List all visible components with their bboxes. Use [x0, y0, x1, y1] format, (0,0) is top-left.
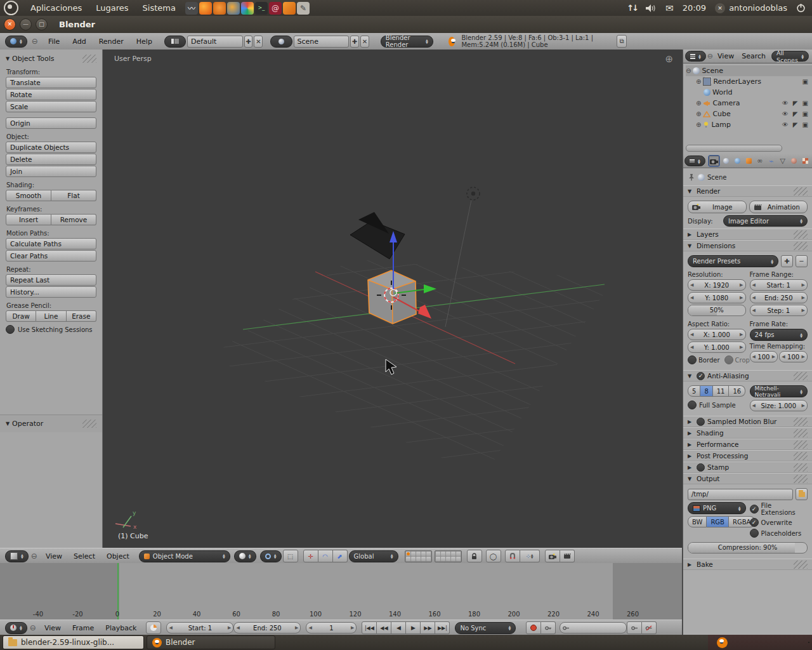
editor-type-selector[interactable]: ▲▼ — [5, 36, 27, 48]
view-menu[interactable]: View — [40, 552, 68, 560]
display-select[interactable]: Image Editor ▲▼ — [723, 215, 808, 227]
panel-drag-grip[interactable] — [794, 187, 808, 196]
aa-size-field[interactable]: ◀Size: 1.000▶ — [750, 400, 808, 411]
frame-step-field[interactable]: ◀Step: 1▶ — [750, 305, 808, 316]
smooth-button[interactable]: Smooth — [6, 190, 51, 201]
tab-world[interactable] — [732, 156, 743, 166]
panel-drag-grip[interactable] — [794, 418, 808, 426]
pin-icon[interactable] — [688, 173, 695, 181]
prev-keyframe-button[interactable]: ◀◀ — [377, 621, 391, 634]
use-preview-range-button[interactable] — [146, 621, 161, 634]
window-maximize-button[interactable]: □ — [36, 18, 48, 30]
collapse-menus-icon[interactable]: ⊖ — [707, 52, 713, 60]
resolution-percent-slider[interactable]: 50% — [688, 305, 746, 316]
shading-panel-header[interactable]: ▶Shading — [683, 427, 812, 439]
panel-drag-grip[interactable] — [794, 242, 808, 250]
selectable-arrow-icon[interactable]: ◤ — [793, 100, 798, 107]
erase-button[interactable]: Erase — [67, 310, 96, 322]
menu-file[interactable]: File — [43, 37, 65, 46]
screen-add-button[interactable]: ✚ — [244, 36, 253, 48]
operator-panel-header[interactable]: ▼ Operator — [6, 418, 96, 429]
motion-blur-panel-header[interactable]: ▶ Sampled Motion Blur — [683, 416, 812, 427]
collapse-menus-icon[interactable]: ⊖ — [27, 623, 39, 632]
auto-keying-set-button[interactable] — [541, 621, 556, 634]
play-button[interactable]: ▶ — [406, 621, 421, 634]
stamp-panel-header[interactable]: ▶ Stamp — [683, 461, 812, 473]
post-processing-panel-header[interactable]: ▶Post Processing — [683, 450, 812, 461]
menu-render[interactable]: Render — [93, 37, 129, 46]
line-button[interactable]: Line — [36, 310, 66, 322]
placeholders-checkbox[interactable] — [750, 529, 759, 538]
outliner-row-scene[interactable]: ⊖ Scene — [686, 65, 812, 76]
jump-to-start-button[interactable]: |◀◀ — [362, 621, 377, 634]
select-menu[interactable]: Select — [68, 552, 101, 560]
object-tools-panel-header[interactable]: ▼ Object Tools — [6, 53, 96, 64]
calculate-paths-button[interactable]: Calculate Paths — [6, 238, 96, 249]
clock[interactable]: 20:09 — [683, 3, 706, 13]
layer-cell[interactable] — [416, 557, 421, 561]
duplicate-window-icon[interactable]: ⧉ — [617, 35, 627, 48]
messages-indicator-icon[interactable]: ✉ — [665, 3, 674, 14]
workspace-switcher[interactable] — [808, 642, 809, 643]
color-mode-bw[interactable]: BW — [688, 516, 707, 527]
motion-blur-checkbox[interactable] — [697, 418, 705, 426]
expand-plus-icon[interactable]: ⊕ — [696, 78, 701, 85]
compression-slider[interactable]: Compression: 90% — [688, 542, 808, 554]
tab-modifiers[interactable]: ⌁ — [766, 156, 776, 166]
resolution-y-field[interactable]: ◀Y: 1080▶ — [688, 292, 746, 303]
layer-cell[interactable] — [416, 552, 421, 556]
play-reverse-button[interactable]: ◀ — [391, 621, 406, 634]
layer-cell[interactable] — [411, 552, 416, 556]
manipulator-scale-button[interactable]: ⬈ — [333, 550, 348, 562]
aa-samples-16[interactable]: 16 — [729, 385, 745, 397]
expand-plus-icon[interactable]: ⊕ — [696, 100, 701, 107]
gedit-launcher-icon[interactable]: ✎ — [297, 2, 310, 15]
viewport-3d[interactable]: x y User Persp (1) Cube ⊕ — [103, 50, 682, 548]
output-format-select[interactable]: PNG ▲▼ — [688, 502, 746, 514]
rotate-button[interactable]: Rotate — [6, 89, 96, 100]
mode-select[interactable]: Object Mode ▲▼ — [139, 550, 230, 562]
outliner-row-cube[interactable]: ⊕ Cube 👁 ◤ ▣ — [686, 109, 812, 119]
manipulator-rotate-button[interactable]: ◠ — [318, 550, 333, 562]
timeline-canvas[interactable]: -40-200204060801001201401601802002202402… — [0, 563, 682, 620]
outliner-view-menu[interactable]: View — [714, 52, 737, 60]
use-sketching-sessions-checkbox[interactable] — [6, 325, 15, 334]
layer-cell[interactable] — [411, 557, 416, 561]
full-sample-checkbox[interactable] — [688, 401, 697, 409]
remove-keyframe-button[interactable]: Remove — [51, 214, 96, 225]
tab-constraints[interactable]: ∞ — [754, 156, 765, 166]
manipulator-translate-button[interactable]: ✛ — [303, 550, 318, 562]
layer-cell[interactable] — [436, 552, 440, 556]
color-mode-rgb[interactable]: RGB — [707, 516, 729, 527]
preset-add-button[interactable]: ✚ — [781, 255, 793, 267]
join-button[interactable]: Join — [6, 166, 96, 177]
layer-cell[interactable] — [446, 552, 450, 556]
start-frame-field[interactable]: ◀Start: 1▶ — [750, 279, 808, 291]
panel-drag-grip[interactable] — [82, 420, 96, 428]
visibility-eye-icon[interactable]: 👁 — [782, 121, 789, 128]
me-menu[interactable]: ✕ antoniodoblas — [715, 3, 787, 13]
visibility-eye-icon[interactable]: 👁 — [782, 100, 789, 107]
firefox-launcher-icon[interactable] — [199, 2, 212, 15]
lock-to-scene-button[interactable] — [467, 550, 482, 562]
blender-cube-launcher-icon[interactable] — [283, 2, 296, 15]
proportional-edit-button[interactable]: ◯ — [486, 550, 501, 562]
collapse-menus-icon[interactable]: ⊖ — [29, 37, 41, 46]
menu-sistema[interactable]: Sistema — [136, 0, 183, 16]
pivot-align-toggle[interactable]: ⬚ — [283, 550, 298, 562]
menu-lugares[interactable]: Lugares — [89, 0, 135, 16]
screen-delete-button[interactable]: ✕ — [254, 36, 263, 48]
blender-tray-icon[interactable] — [717, 637, 728, 648]
duplicate-objects-button[interactable]: Duplicate Objects — [6, 142, 96, 153]
collapse-minus-icon[interactable]: ⊖ — [686, 67, 691, 74]
frame-end-field[interactable]: ◀End: 250▶ — [233, 622, 301, 633]
aa-samples-8[interactable]: 8 — [700, 385, 712, 397]
tab-render[interactable] — [708, 155, 720, 167]
delete-button[interactable]: Delete — [6, 154, 96, 165]
object-menu[interactable]: Object — [101, 552, 135, 560]
dimensions-panel-header[interactable]: ▼Dimensions — [683, 240, 812, 251]
layer-cell[interactable] — [406, 557, 410, 561]
frame-rate-select[interactable]: 24 fps ▲▼ — [750, 329, 808, 341]
properties-region-expand-icon[interactable]: ⊕ — [665, 53, 673, 65]
lamp-object[interactable] — [467, 187, 480, 200]
